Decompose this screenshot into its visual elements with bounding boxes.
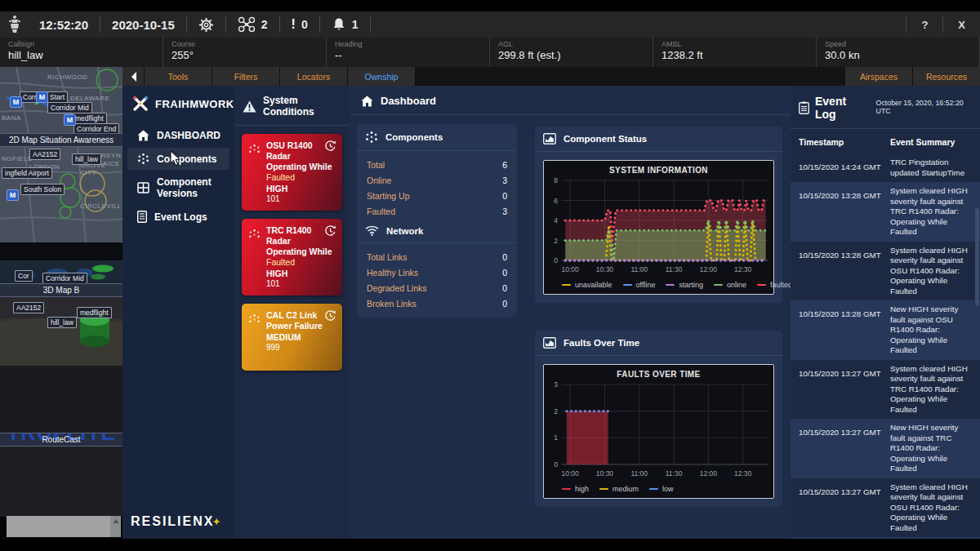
- map-marker-m: M: [7, 189, 19, 201]
- event-log-row[interactable]: 10/15/2020 13:28 GMTSystem cleared HIGH …: [791, 182, 980, 242]
- thumbnail-3d-map[interactable]: AA2152medflighthill_law: [0, 297, 122, 366]
- faults-over-time-chart: FAULTS OVER TIME 012310:0010:3011:0011:3…: [543, 364, 774, 499]
- thumbnail-caption[interactable]: 2D Map Situation Awareness: [0, 133, 122, 147]
- collapse-panel-button[interactable]: [122, 67, 145, 86]
- condition-card[interactable]: OSU R1400 RadarOperating WhileFaultedHIG…: [242, 134, 342, 211]
- history-icon[interactable]: [324, 224, 336, 237]
- stat-label: Healthy Links: [367, 265, 418, 281]
- legend-item-high[interactable]: high: [562, 485, 589, 493]
- stat-row: Starting Up0: [367, 189, 507, 204]
- tab-tools[interactable]: Tools: [145, 67, 212, 86]
- summary-column-header: Event Summary: [890, 137, 955, 147]
- tab-filters[interactable]: Filters: [212, 67, 280, 86]
- legend-item-unavailable[interactable]: unavailable: [562, 281, 612, 289]
- svg-text:2: 2: [554, 237, 558, 245]
- legend-item-faulted[interactable]: faulted: [757, 281, 792, 289]
- components-icon: [365, 131, 378, 144]
- tab-ownship[interactable]: Ownship: [348, 67, 416, 86]
- map-place-label: DELAWARE: [70, 95, 109, 102]
- event-log-scrollbar[interactable]: [975, 208, 979, 306]
- thumbnail-routecast-view[interactable]: [0, 366, 122, 433]
- condition-card-severity: MEDIUM: [266, 331, 336, 343]
- tab-locators[interactable]: Locators: [280, 67, 348, 86]
- alerts-button[interactable]: ! 0: [280, 17, 319, 32]
- event-log-row[interactable]: 10/15/2020 13:27 GMTNew HIGH severity fa…: [791, 419, 980, 478]
- svg-text:11:00: 11:00: [630, 469, 648, 478]
- stat-label: Degraded Links: [367, 281, 427, 296]
- sidebar-item-event-logs[interactable]: Event Logs: [127, 206, 229, 228]
- warning-triangle-icon: [243, 100, 256, 113]
- sidebar-item-label: Event Logs: [154, 211, 207, 223]
- close-button[interactable]: X: [943, 19, 980, 31]
- event-log-row[interactable]: 10/15/2020 14:24 GMTTRC Pingstation upda…: [791, 153, 980, 182]
- thumbnail-caption[interactable]: 3D Map B: [0, 283, 122, 297]
- thumbnail-caption-wrap[interactable]: TRUFLITE RouteCast: [0, 433, 122, 447]
- event-log-row[interactable]: 10/15/2020 13:28 GMTSystem cleared HIGH …: [791, 242, 980, 301]
- legend-label: faulted: [770, 281, 792, 289]
- chevron-left-icon: [129, 72, 137, 82]
- legend-item-low[interactable]: low: [649, 485, 674, 493]
- map-callout-chip: Corridor End: [74, 123, 119, 133]
- sidebar-item-component-versions[interactable]: Component Versions: [127, 171, 229, 204]
- telemetry-value: 255°: [172, 49, 318, 61]
- map-thumbnail-column: RICHWOODDELAWAREBANACorridor StartCorrid…: [0, 67, 122, 539]
- telemetry-cell: Speed30.0 kn: [817, 38, 980, 67]
- event-log-row[interactable]: 10/15/2020 13:28 GMTNew HIGH severity fa…: [791, 300, 980, 360]
- condition-card[interactable]: CAL C2 LinkPower FailureMEDIUM999: [242, 304, 342, 371]
- legend-item-online[interactable]: online: [714, 281, 746, 289]
- stat-row: Total Links0: [367, 250, 507, 265]
- top-letterbox: [0, 0, 980, 11]
- condition-card-desc: Operating While: [266, 247, 336, 257]
- stat-label: Online: [367, 173, 391, 189]
- history-icon[interactable]: [324, 140, 336, 152]
- stat-label: Total Links: [367, 250, 408, 265]
- thumbnail-2d-map[interactable]: RICHWOODDELAWAREBANACorridor StartCorrid…: [0, 67, 122, 133]
- condition-card[interactable]: TRC R1400 RadarOperating WhileFaultedHIG…: [242, 219, 342, 295]
- stat-row: Broken Links0: [367, 296, 507, 312]
- svg-text:8: 8: [554, 176, 558, 184]
- condition-card-desc: Operating While: [266, 162, 336, 172]
- scrollbar-up-arrow[interactable]: [110, 516, 121, 537]
- chart-plot: 012310:0010:3011:0011:3012:0012:30: [546, 380, 773, 484]
- telemetry-cell: Callsignhill_law: [0, 38, 163, 67]
- system-conditions-panel: System Conditions OSU R1400 RadarOperati…: [234, 86, 350, 539]
- faults-over-time-header: Faults Over Time: [535, 331, 782, 356]
- map-callout-chip: ingfield Airport: [2, 167, 52, 179]
- help-button[interactable]: ?: [906, 19, 942, 31]
- event-timestamp: 10/15/2020 13:28 GMT: [799, 304, 890, 356]
- legend-item-medium[interactable]: medium: [599, 485, 639, 493]
- history-icon[interactable]: [324, 309, 336, 322]
- stat-row: Healthy Links0: [367, 265, 507, 281]
- thumbnail-caption: RouteCast: [42, 435, 80, 444]
- stat-row: Degraded Links0: [367, 281, 507, 296]
- drone-count: 2: [261, 18, 268, 31]
- notifications-button[interactable]: 1: [320, 17, 370, 32]
- wifi-icon: [365, 225, 379, 236]
- system-conditions-title: System Conditions: [263, 95, 350, 118]
- thumbnail-2d-map-lower[interactable]: NGFIELDLONDONGROVE CITYREYNAICECIRCLEVIL…: [0, 147, 122, 242]
- sidebar-item-dashboard[interactable]: DASHBOARD: [127, 125, 229, 146]
- map-callout-chip: Corridor Mid: [42, 273, 87, 283]
- tab-resources[interactable]: Resources: [912, 67, 980, 86]
- event-summary: System cleared HIGH severity fault again…: [890, 364, 972, 415]
- legend-swatch: [714, 284, 723, 286]
- condition-card-code: 101: [266, 194, 336, 204]
- event-log-header: Event Log October 15, 2020, 16:52:20 UTC: [791, 86, 980, 129]
- settings-button[interactable]: [187, 17, 225, 33]
- event-log-row[interactable]: 10/15/2020 13:27 GMTSystem cleared HIGH …: [791, 478, 980, 538]
- scroll-track[interactable]: [7, 516, 121, 537]
- area-chart-icon: [543, 133, 556, 144]
- map-place-label: BANA: [2, 114, 21, 122]
- legend-item-offline[interactable]: offline: [623, 281, 656, 289]
- thumbnail-3d-map-b[interactable]: CorCorridor Mid: [0, 242, 122, 283]
- faults-over-time-title: Faults Over Time: [564, 338, 639, 348]
- legend-swatch: [757, 284, 766, 286]
- telemetry-value: 299.8 ft (est.): [498, 49, 644, 61]
- legend-label: online: [727, 281, 746, 289]
- tab-airspaces[interactable]: Airspaces: [844, 67, 912, 86]
- drone-status-button[interactable]: 2: [226, 16, 279, 33]
- components-icon: [248, 144, 261, 156]
- bottom-letterbox: [0, 539, 980, 551]
- event-log-row[interactable]: 10/15/2020 13:27 GMTSystem cleared HIGH …: [791, 360, 980, 420]
- legend-item-starting[interactable]: starting: [666, 281, 703, 289]
